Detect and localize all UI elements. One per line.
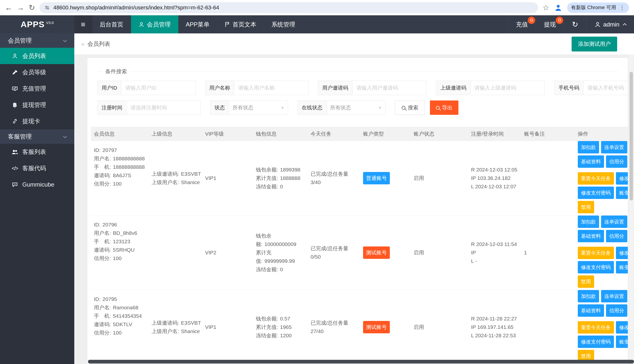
filter-select-状态[interactable]: 所有状态▼ (229, 100, 288, 115)
browser-profile-icon[interactable] (554, 3, 563, 12)
op-button-修改登录密码[interactable]: 修改登录密码 (616, 172, 628, 184)
sidebar-group-label: 会员管理 (8, 36, 32, 44)
recharge-nav-item[interactable]: 充值 0 (508, 15, 536, 34)
sidebar-item-Gummicube[interactable]: Gummicube (0, 176, 74, 193)
account-status-cell: 启用 (411, 174, 468, 182)
op-button-加扣款[interactable]: 加扣款 (578, 141, 599, 154)
op-button-重置今天任务[interactable]: 重置今天任务 (578, 321, 614, 334)
col-header-1: 会员信息 (91, 130, 149, 137)
bookmark-star-icon[interactable]: ☆ (543, 4, 549, 12)
search-legend: 条件搜索 (102, 68, 130, 75)
navbar-right: 充值 0 提现 0 ↻ admin (508, 15, 634, 34)
browser-menu-icon[interactable]: ⋮ (619, 4, 625, 11)
op-button-修改登录密码[interactable]: 修改登录密码 (616, 321, 628, 334)
sidebar-group-header-1[interactable]: 会员管理 (0, 34, 74, 48)
op-button-加扣款[interactable]: 加扣款 (578, 290, 599, 302)
vertical-scrollbar-thumb[interactable] (629, 72, 633, 200)
browser-forward-icon[interactable]: → (17, 4, 24, 12)
op-button-基础资料[interactable]: 基础资料 (578, 156, 604, 168)
op-button-信用分[interactable]: 信用分 (606, 230, 627, 242)
info-label: 邀请码: (94, 172, 111, 178)
filter-input-手机号码[interactable] (583, 81, 628, 95)
site-settings-icon[interactable] (44, 5, 50, 10)
op-button-禁用[interactable]: 禁用 (578, 201, 594, 213)
member-info-cell: ID:20795用户名:Ramona68手 机:5414354354邀请码:5D… (91, 290, 149, 337)
op-button-修改支付密码[interactable]: 修改支付密码 (578, 336, 614, 348)
op-button-账变信息[interactable]: 账变信息 (616, 186, 628, 199)
op-button-重置今天任务[interactable]: 重置今天任务 (578, 172, 614, 184)
task-value: 0/50 (310, 253, 360, 261)
sidebar-item-label: 充值管理 (22, 85, 46, 92)
browser-back-icon[interactable]: ← (5, 4, 12, 12)
admin-menu[interactable]: admin (586, 15, 634, 34)
info-line: 冻结金额:0 (256, 265, 307, 274)
export-button[interactable]: 导出 (430, 100, 458, 115)
add-test-user-button[interactable]: 添加测试用户 (572, 36, 617, 52)
sidebar-item-提现卡[interactable]: 提现卡 (0, 113, 74, 130)
sidebar-group-header-2[interactable]: 客服管理 (0, 130, 74, 144)
nav-item-5[interactable]: 系统管理 (264, 15, 303, 34)
nav-item-label: APP菜单 (186, 20, 209, 28)
info-line: 邀请码:8A6J7S (94, 171, 149, 180)
info-line: 信用分:100 (94, 254, 149, 262)
filter-input-上级邀请码[interactable] (471, 81, 545, 95)
op-button-基础资料[interactable]: 基础资料 (578, 230, 604, 242)
op-button-修改支付密码[interactable]: 修改支付密码 (578, 186, 614, 199)
search-button[interactable]: 搜索 (395, 100, 425, 115)
sidebar-item-会员等级[interactable]: 会员等级 (0, 64, 74, 80)
info-value: 1200 (280, 332, 292, 338)
sidebar-item-客服代码[interactable]: </>客服代码 (0, 160, 74, 176)
filter-input-用户名称[interactable] (234, 81, 308, 95)
info-value: 20797 (103, 147, 117, 153)
sidebar-item-客服列表[interactable]: 客服列表 (0, 144, 74, 160)
op-button-禁用[interactable]: 禁用 (578, 276, 594, 288)
vertical-scrollbar-track[interactable] (628, 54, 634, 364)
op-button-连单设置[interactable]: 连单设置 (601, 216, 627, 228)
op-button-信用分[interactable]: 信用分 (606, 156, 627, 168)
col-header-4: 钱包信息 (253, 130, 307, 137)
sidebar-item-充值管理[interactable]: 充值管理 (0, 80, 74, 97)
url-text[interactable]: 48600.hwym.shop/admin#/admin/users/index… (53, 4, 219, 11)
info-label: ID: (94, 296, 101, 302)
operations-cell: 加扣款连单设置基础资料信用分提现卡重置今天任务修改登录密码修改支付密码账变信息禁… (575, 216, 628, 290)
info-label: 累计充值: (256, 175, 278, 181)
nav-item-4[interactable]: 首页文本 (217, 15, 264, 34)
op-button-重置今天任务[interactable]: 重置今天任务 (578, 247, 614, 259)
address-bar[interactable]: 48600.hwym.shop/admin#/admin/users/index… (39, 2, 538, 13)
refresh-nav-item[interactable]: ↻ (564, 15, 586, 34)
op-button-连单设置[interactable]: 连单设置 (601, 141, 627, 154)
filter-input-注册时间[interactable] (127, 100, 201, 115)
time-line: R 2024-12-03 12:05 (471, 166, 521, 174)
info-value: 99999999.99 (264, 258, 295, 264)
filter-手机号码: 手机号码 (554, 81, 628, 95)
op-button-连单设置[interactable]: 连单设置 (601, 290, 627, 302)
info-value: BD_8h8v6 (113, 230, 137, 236)
op-button-修改登录密码[interactable]: 修改登录密码 (616, 247, 628, 259)
withdraw-nav-item[interactable]: 提现 0 (536, 15, 564, 34)
info-value: 0 (280, 184, 283, 189)
chrome-update-pill[interactable]: 有新版 Chrome 可用 ⋮ (567, 2, 629, 13)
nav-item-3[interactable]: APP菜单 (178, 15, 217, 34)
info-line: 钱包余额:0.57 (256, 314, 307, 323)
filter-select-在线状态[interactable]: 所有状态▼ (327, 100, 386, 115)
nav-item-1[interactable]: 后台首页 (92, 15, 131, 34)
op-button-账变信息[interactable]: 账变信息 (616, 336, 628, 348)
nav-item-2[interactable]: 会员管理 (131, 15, 178, 34)
sidebar-item-会员列表[interactable]: 会员列表 (0, 48, 74, 64)
op-button-基础资料[interactable]: 基础资料 (578, 304, 604, 317)
op-button-账变信息[interactable]: 账变信息 (616, 261, 628, 274)
link-icon (12, 118, 18, 124)
remark-cell: 1 (521, 248, 575, 257)
sidebar-item-提现管理[interactable]: ฿提现管理 (0, 97, 74, 113)
info-value: 8A6J7S (113, 172, 131, 178)
sidebar-toggle-icon[interactable]: ≡ (74, 15, 92, 34)
horizontal-scrollbar-thumb[interactable] (88, 360, 634, 364)
withdraw-badge: 0 (556, 16, 563, 24)
op-button-加扣款[interactable]: 加扣款 (578, 216, 599, 228)
filter-input-用户ID[interactable] (121, 81, 196, 95)
filter-input-用户邀请码[interactable] (353, 81, 427, 95)
browser-reload-icon[interactable]: ↻ (29, 4, 35, 12)
op-button-信用分[interactable]: 信用分 (606, 304, 627, 317)
op-button-修改支付密码[interactable]: 修改支付密码 (578, 261, 614, 274)
breadcrumb-bar: » 会员列表 添加测试用户 (74, 34, 634, 54)
